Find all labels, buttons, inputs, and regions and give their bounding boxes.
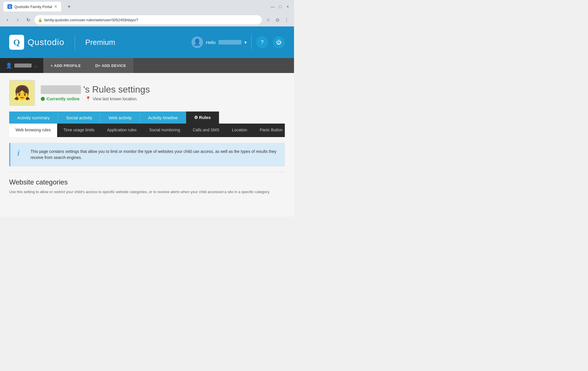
social-activity-label: Social activity bbox=[66, 115, 92, 120]
tab-close-button[interactable]: × bbox=[55, 4, 57, 9]
tab-rules[interactable]: ⚙ Rules bbox=[186, 112, 219, 124]
sub-tabs-bar: Web browsing rules Time usage limits App… bbox=[9, 124, 285, 137]
address-bar[interactable]: 🔒 family.qustodio.com/user-rules/web/use… bbox=[34, 15, 262, 24]
activity-summary-label: Activity summary bbox=[17, 115, 50, 120]
app-header: Q Qustodio Premium 👤 Hello ▾ ? ⏻ bbox=[0, 26, 294, 58]
chevron-down-icon: ▾ bbox=[244, 40, 247, 45]
main-nav-tabs: Activity summary Social activity Web act… bbox=[9, 112, 285, 124]
pin-icon: 📍 bbox=[85, 96, 91, 101]
bookmark-icon: ☆ bbox=[266, 17, 270, 23]
profile-bar: 👤 ... + ADD PROFILE ⊡+ ADD DEVICE bbox=[0, 58, 294, 73]
forward-icon: › bbox=[17, 17, 18, 22]
info-icon: i bbox=[17, 149, 26, 161]
activity-timeline-label: Activity timeline bbox=[148, 115, 178, 120]
add-device-button[interactable]: ⊡+ ADD DEVICE bbox=[88, 58, 133, 73]
web-browsing-rules-label: Web browsing rules bbox=[16, 128, 51, 132]
sub-tab-time-usage[interactable]: Time usage limits bbox=[57, 124, 101, 137]
refresh-icon: ↻ bbox=[26, 17, 30, 23]
sub-tab-location[interactable]: Location bbox=[226, 124, 254, 137]
browser-menu-icon: ⋮ bbox=[284, 17, 289, 23]
rules-label: ⚙ Rules bbox=[194, 115, 211, 120]
child-avatar-emoji: 👧 bbox=[13, 85, 31, 101]
time-usage-limits-label: Time usage limits bbox=[63, 128, 94, 132]
help-button[interactable]: ? bbox=[256, 36, 268, 48]
info-text: This page contains settings that allow y… bbox=[30, 149, 278, 161]
minimize-button[interactable]: — bbox=[270, 4, 276, 9]
profile-name-blurred bbox=[14, 64, 32, 68]
close-window-button[interactable]: × bbox=[285, 4, 291, 9]
bookmark-button[interactable]: ☆ bbox=[264, 16, 272, 24]
tab-activity-timeline[interactable]: Activity timeline bbox=[140, 112, 186, 124]
header-divider bbox=[251, 35, 252, 49]
sub-tab-application[interactable]: Application rules bbox=[101, 124, 143, 137]
address-text: family.qustodio.com/user-rules/web/user/… bbox=[44, 18, 258, 22]
username-blurred bbox=[218, 40, 241, 45]
location-link-text: View last known location. bbox=[93, 97, 138, 101]
power-icon: ⏻ bbox=[276, 39, 281, 45]
user-avatar: 👤 bbox=[192, 36, 203, 48]
header-right: 👤 Hello ▾ ? ⏻ bbox=[192, 35, 285, 49]
add-device-label: ⊡+ ADD DEVICE bbox=[95, 64, 126, 68]
rules-title-text: 's Rules settings bbox=[83, 84, 150, 95]
section-divider bbox=[9, 172, 285, 172]
web-activity-label: Web activity bbox=[109, 115, 132, 120]
website-categories-title: Website categories bbox=[9, 178, 285, 186]
forward-button[interactable]: › bbox=[14, 16, 22, 24]
new-tab-button[interactable]: + bbox=[65, 3, 73, 10]
browser-chrome: Q Qustodio Family Portal × + — □ × ‹ › ↻… bbox=[0, 0, 294, 26]
online-status-text: Currently online bbox=[47, 96, 80, 101]
premium-label: Premium bbox=[85, 38, 115, 47]
account-icon: ⊙ bbox=[276, 17, 279, 23]
window-controls: — □ × bbox=[270, 4, 291, 9]
browser-toolbar-right: ☆ ⊙ ⋮ bbox=[264, 16, 291, 24]
browser-titlebar: Q Qustodio Family Portal × + — □ × bbox=[0, 0, 294, 13]
info-box: i This page contains settings that allow… bbox=[9, 143, 285, 166]
tab-social-activity[interactable]: Social activity bbox=[58, 112, 100, 124]
application-rules-label: Application rules bbox=[107, 128, 137, 132]
panic-button-label: Panic Button bbox=[260, 128, 283, 132]
add-profile-label: + ADD PROFILE bbox=[51, 64, 81, 68]
location-label: Location bbox=[232, 128, 247, 132]
scroll-area: Website categories Use this setting to a… bbox=[9, 178, 285, 195]
maximize-button[interactable]: □ bbox=[277, 4, 283, 9]
profile-tab[interactable]: 👤 ... bbox=[0, 58, 44, 73]
user-info[interactable]: 👤 Hello ▾ bbox=[192, 36, 247, 48]
online-dot bbox=[41, 97, 45, 101]
profile-ellipsis: ... bbox=[34, 63, 38, 68]
tab-favicon-letter: Q bbox=[9, 5, 11, 8]
sub-tab-panic-button[interactable]: Panic Button bbox=[254, 124, 289, 137]
help-icon: ? bbox=[261, 39, 264, 45]
address-bar-row: ‹ › ↻ 🔒 family.qustodio.com/user-rules/w… bbox=[0, 13, 294, 26]
logo-area: Q Qustodio Premium bbox=[9, 35, 115, 50]
lock-icon: 🔒 bbox=[38, 18, 42, 22]
location-link[interactable]: 📍 View last known location. bbox=[85, 96, 138, 101]
logo-box: Q bbox=[9, 35, 24, 50]
tab-favicon: Q bbox=[7, 4, 12, 9]
tab-title: Qustodio Family Portal bbox=[14, 5, 52, 9]
browser-menu-button[interactable]: ⋮ bbox=[283, 16, 291, 24]
sub-tab-web-browsing[interactable]: Web browsing rules bbox=[9, 124, 57, 137]
tab-web-activity[interactable]: Web activity bbox=[100, 112, 140, 124]
power-button[interactable]: ⏻ bbox=[273, 36, 285, 48]
refresh-button[interactable]: ↻ bbox=[24, 16, 32, 24]
logo-name: Qustodio bbox=[28, 37, 64, 47]
browser-tab[interactable]: Q Qustodio Family Portal × bbox=[3, 2, 61, 11]
website-categories-desc: Use this setting to allow or restrict yo… bbox=[9, 189, 285, 195]
add-profile-button[interactable]: + ADD PROFILE bbox=[44, 58, 88, 73]
account-button[interactable]: ⊙ bbox=[273, 16, 281, 24]
child-avatar: 👧 bbox=[9, 80, 35, 106]
hello-text: Hello bbox=[206, 40, 216, 45]
calls-sms-label: Calls and SMS bbox=[193, 128, 219, 132]
child-name-row: 's Rules settings bbox=[41, 84, 150, 95]
sub-tab-social-monitoring[interactable]: Social monitoring bbox=[143, 124, 186, 137]
sub-tab-calls-sms[interactable]: Calls and SMS bbox=[186, 124, 226, 137]
back-icon: ‹ bbox=[7, 17, 8, 22]
logo-divider bbox=[75, 35, 75, 49]
child-name-blurred bbox=[41, 85, 81, 94]
back-button[interactable]: ‹ bbox=[3, 16, 11, 24]
online-status: Currently online bbox=[41, 96, 80, 101]
profile-icon: 👤 bbox=[6, 62, 12, 69]
logo-q-letter: Q bbox=[13, 37, 20, 47]
tab-activity-summary[interactable]: Activity summary bbox=[9, 112, 58, 124]
child-info: 's Rules settings Currently online 📍 Vie… bbox=[41, 84, 150, 101]
